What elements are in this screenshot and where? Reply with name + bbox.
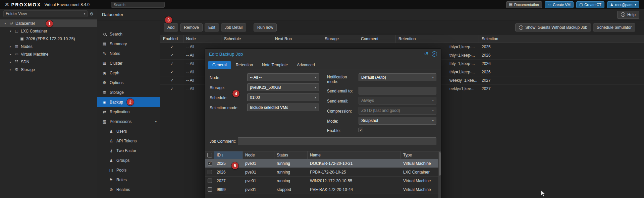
vm-row[interactable]: 2026pve01runningFPBX-172-20-10-25LXC Con… — [205, 168, 441, 177]
sidebar-item-realms[interactable]: ⊕Realms — [97, 185, 160, 194]
enabled-check-icon: ✓ — [170, 45, 173, 49]
enabled-check-icon: ✓ — [170, 78, 173, 83]
sidebar-item-options[interactable]: ⚙Options — [97, 78, 160, 87]
storage-select[interactable]: pveBK23_500GB ▾ — [247, 83, 319, 91]
add-button[interactable]: Add — [164, 23, 178, 31]
sidebar-item-notes[interactable]: ✎Notes — [97, 49, 160, 58]
dialog-titlebar[interactable]: Edit: Backup Job ↺ ✕ — [205, 49, 441, 59]
permissions-icon: ▧ — [102, 119, 107, 124]
sidebar-item-storage[interactable]: ⛃Storage — [97, 87, 160, 97]
enable-checkbox[interactable] — [359, 128, 363, 132]
help-button[interactable]: ? Help — [617, 11, 639, 19]
tab-retention[interactable]: Retention — [232, 61, 257, 69]
sidebar-item-search[interactable]: Search — [97, 29, 160, 39]
tree-item-storage[interactable]: ▸⛃Storage — [0, 66, 97, 73]
sidebar-item-groups[interactable]: ♟Groups — [97, 155, 160, 165]
sidebar-item-summary[interactable]: ▤Summary — [97, 39, 160, 49]
vm-checkbox[interactable] — [208, 187, 212, 192]
vm-checkbox[interactable] — [208, 170, 212, 174]
column-header-storage[interactable]: Storage — [322, 35, 358, 43]
view-mode-select[interactable]: Folder View ▾ — [3, 10, 88, 17]
tab-general[interactable]: General — [208, 61, 231, 69]
gear-icon[interactable]: ⚙ — [90, 11, 94, 16]
select-all-checkbox[interactable] — [207, 153, 212, 157]
chevron-right-icon[interactable]: ▸ — [9, 45, 12, 48]
remove-button[interactable]: Remove — [180, 23, 203, 31]
sidebar-item-ceph[interactable]: ◉Ceph — [97, 68, 160, 78]
selection-mode-select[interactable]: Include selected VMs ▾ — [247, 104, 319, 111]
column-header-schedule[interactable]: Schedule — [221, 35, 272, 43]
dialog-title: Edit: Backup Job — [209, 52, 421, 57]
chevron-down-icon[interactable]: ▾ — [3, 22, 7, 25]
column-header-comment[interactable]: Comment — [358, 35, 396, 43]
tree-item-sdn[interactable]: ▸☷SDN — [0, 58, 97, 66]
column-header-retention[interactable]: Retention — [396, 35, 479, 43]
chevron-down-icon: ▾ — [313, 76, 316, 79]
schedule-select[interactable]: 01:00 ▾ — [247, 93, 319, 101]
global-search-input[interactable] — [111, 2, 165, 8]
roles-icon: ⚑ — [109, 178, 114, 182]
vm-column-header-status[interactable]: Status — [274, 151, 308, 159]
vm-checkbox[interactable] — [208, 161, 212, 166]
create-ct-button[interactable]: ▢ Create CT — [576, 1, 604, 8]
vm-select-cell[interactable] — [205, 177, 214, 185]
show-guests-without-backup-button[interactable]: i Show: Guests Without Backup Job — [515, 23, 591, 31]
node-select[interactable]: -- All -- ▾ — [247, 73, 319, 81]
selection-cell: 2025 — [479, 43, 644, 51]
tree-item-label: SDN — [21, 60, 29, 64]
vm-select-cell[interactable] — [205, 159, 214, 168]
chevron-right-icon[interactable]: ▸ — [9, 60, 12, 64]
tree-item-nodes[interactable]: ▸▥Nodes — [0, 43, 97, 50]
vm-column-header-name[interactable]: Name — [308, 151, 401, 159]
book-icon: ▤ — [509, 2, 513, 7]
sidebar-item-two-factor[interactable]: ⚷Two Factor — [97, 146, 160, 155]
vm-checkbox[interactable] — [208, 179, 212, 183]
sidebar-item-cluster[interactable]: ▦Cluster — [97, 58, 160, 68]
chevron-right-icon[interactable]: ▸ — [9, 68, 12, 71]
column-header-next-run[interactable]: Next Run — [272, 35, 322, 43]
chevron-right-icon[interactable]: ▸ — [9, 53, 12, 56]
server-icon: ⛁ — [9, 21, 14, 25]
vm-column-header-type[interactable]: Type — [401, 151, 439, 159]
sidebar-item-permissions[interactable]: ▧Permissions▾ — [97, 117, 160, 126]
column-header-enabled[interactable]: Enabled — [160, 35, 183, 43]
vm-table-scrollbar[interactable] — [438, 151, 441, 198]
column-header-selection[interactable]: Selection — [479, 35, 644, 43]
tree-item-virtual-machine[interactable]: ▸▭Virtual Machine — [0, 50, 97, 58]
sidebar-item-replication[interactable]: ⇄Replication — [97, 107, 160, 117]
mode-select[interactable]: Snapshot ▾ — [359, 117, 436, 125]
sidebar-item-api-tokens[interactable]: ♙API Tokens — [97, 136, 160, 146]
sidebar-item-users[interactable]: ♟Users — [97, 126, 160, 136]
vm-row[interactable]: 2025pve01runningDOCKER-172-20-10-21Virtu… — [205, 159, 441, 168]
notification-mode-select[interactable]: Default (Auto) ▾ — [359, 73, 436, 81]
select-all-cell[interactable] — [205, 151, 214, 159]
vm-column-header-node[interactable]: Node — [243, 151, 274, 159]
reset-icon[interactable]: ↺ — [424, 51, 428, 57]
documentation-button[interactable]: ▤ Documentation — [506, 1, 542, 8]
create-vm-button[interactable]: ▭ Create VM — [545, 1, 574, 8]
send-email-value: Always — [361, 98, 374, 103]
vm-select-cell[interactable] — [205, 168, 214, 176]
job-comment-input[interactable] — [238, 137, 436, 145]
send-email-to-input[interactable] — [359, 87, 436, 94]
tree-item-2026-fpbx-172-20-10-25[interactable]: ▣2026 (FPBX-172-20-10-25) — [0, 35, 97, 43]
chevron-down-icon[interactable]: ▾ — [9, 29, 12, 33]
column-header-node[interactable]: Node — [183, 35, 221, 43]
close-icon[interactable]: ✕ — [432, 51, 437, 57]
vm-select-cell[interactable] — [205, 185, 214, 194]
tab-note-template[interactable]: Note Template — [258, 61, 292, 69]
vm-row[interactable]: 2027pve01runningWIN2012-172-20-10-55Virt… — [205, 177, 441, 185]
tab-advanced[interactable]: Advanced — [293, 61, 319, 69]
run-now-button[interactable]: Run now — [254, 23, 277, 31]
scrollbar-thumb[interactable] — [439, 152, 441, 176]
user-menu-button[interactable]: ♟ root@pam ▾ — [607, 1, 639, 8]
sidebar-item-roles[interactable]: ⚑Roles — [97, 175, 160, 185]
tree-item-lxc-container[interactable]: ▾▢LXC Container — [0, 27, 97, 35]
sidebar-item-pools[interactable]: ◫Pools — [97, 165, 160, 175]
vm-column-header-id[interactable]: ID↑ — [214, 151, 243, 159]
job-detail-button[interactable]: Job Detail — [221, 23, 246, 31]
schedule-simulator-button[interactable]: Schedule Simulator — [593, 23, 635, 31]
vm-row[interactable]: 9999pve01stoppedPVE-BAK-172-20-10-44Virt… — [205, 185, 441, 194]
chevron-down-icon: ▾ — [84, 12, 86, 15]
edit-button[interactable]: Edit — [205, 23, 219, 31]
